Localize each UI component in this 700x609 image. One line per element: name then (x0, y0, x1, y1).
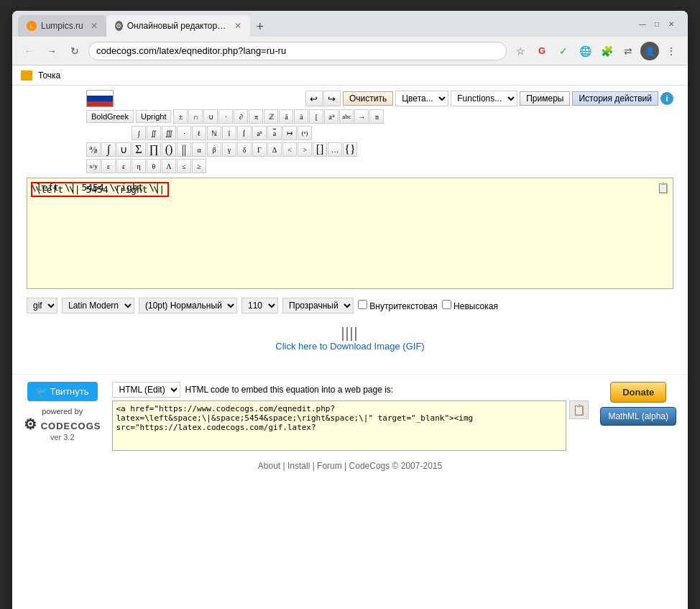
sym-sigma-big[interactable]: Σ (132, 142, 146, 157)
sym-Lambda[interactable]: Λ (162, 159, 176, 173)
sym-nr[interactable]: (ⁿ) (298, 126, 312, 140)
tab-close-codecogs[interactable]: ✕ (234, 21, 241, 31)
info-icon[interactable]: i (660, 92, 673, 105)
sym-pi-lower[interactable]: π (249, 109, 263, 124)
sym-geq[interactable]: ≥ (192, 159, 206, 173)
lowquality-checkbox[interactable] (442, 300, 451, 309)
twitter-button[interactable]: 🐦 Твитнуть (27, 382, 98, 401)
sym-a-hat[interactable]: â (279, 109, 293, 124)
sym-theta[interactable]: θ (147, 159, 161, 173)
sym-eta[interactable]: η (132, 159, 146, 173)
sym-paren-lr[interactable]: () (162, 142, 176, 157)
sym-ell[interactable]: ℓ (192, 126, 206, 140)
sym-plusminus[interactable]: ± (173, 109, 188, 124)
font-select[interactable]: Latin Modern (62, 298, 134, 313)
sym-n2[interactable]: ∬ (147, 126, 161, 140)
sym-arrow-right[interactable]: → (354, 109, 369, 124)
sym-Delta[interactable]: Δ (267, 142, 282, 157)
examples-button[interactable]: Примеры (520, 91, 570, 106)
download-link[interactable]: Click here to Download Image (GIF) (275, 341, 424, 352)
sym-xfrac[interactable]: x/y (86, 159, 101, 173)
sym-frac[interactable]: ᵃ⁄ᵦ (86, 142, 101, 157)
sym-gamma[interactable]: γ (222, 142, 236, 157)
sym-vert-bar[interactable]: || (177, 142, 191, 157)
sym-Z[interactable]: ℤ (264, 109, 278, 124)
sym-delta[interactable]: δ (237, 142, 252, 157)
size-select[interactable]: (10pt) Нормальный (139, 298, 237, 313)
sync-button[interactable]: ⇄ (619, 42, 637, 60)
refresh-button[interactable]: ↻ (65, 42, 84, 60)
extensions-button[interactable]: 🧩 (597, 42, 616, 60)
bookmark-button[interactable]: ☆ (511, 42, 530, 60)
sym-brackets-big[interactable]: [] (313, 142, 327, 157)
sym-a-grave[interactable]: à (294, 109, 308, 124)
sym-bracket-sq[interactable]: ⌈ (237, 126, 252, 140)
back-button[interactable]: ← (19, 42, 38, 60)
sym-bracket-l[interactable]: [ (309, 109, 323, 124)
sym-union[interactable]: ∪ (116, 142, 131, 157)
sym-maps[interactable]: ↦ (282, 126, 297, 140)
sym-aa[interactable]: aᵃ (324, 109, 339, 124)
inline-checkbox-label[interactable]: Внутритекстовая (358, 300, 438, 311)
sym-N[interactable]: ℕ (207, 126, 221, 140)
extension-icon-1[interactable]: G (533, 42, 551, 60)
sym-lt[interactable]: < (282, 142, 297, 157)
close-button[interactable]: ✕ (666, 19, 676, 29)
history-button[interactable]: История действий (572, 91, 658, 106)
lowquality-checkbox-label[interactable]: Невысокая (442, 300, 498, 311)
sym-abc[interactable]: abc (339, 109, 354, 124)
html-format-select[interactable]: HTML (Edit) (112, 382, 180, 398)
boldgreek-button[interactable]: BoldGreek (86, 110, 134, 123)
dpi-select[interactable]: 110 (241, 298, 278, 313)
tab-close-lumpics[interactable]: ✕ (91, 21, 98, 31)
sym-i-circ[interactable]: î (222, 126, 236, 140)
sym-beta[interactable]: β (207, 142, 221, 157)
sym-integral[interactable]: ∫ (101, 142, 116, 157)
tab-codecogs[interactable]: ⚙ Онлайновый редактор уравне... ✕ (106, 15, 250, 37)
donate-button[interactable]: Donate (610, 382, 666, 403)
sym-a-sup[interactable]: aⁿ (252, 126, 267, 140)
sym-overline[interactable]: a (267, 126, 282, 140)
redo-button[interactable]: ↪ (323, 91, 341, 106)
sym-prod-big[interactable]: ∏ (147, 142, 161, 157)
menu-button[interactable]: ⋮ (662, 42, 681, 60)
copy-icon-button[interactable]: 📋 (569, 400, 589, 419)
sym-brace-big[interactable]: {} (343, 142, 357, 157)
sym-cap[interactable]: ∩ (188, 109, 203, 124)
extension-icon-2[interactable]: ✓ (554, 42, 573, 60)
mathml-button[interactable]: MathML (alpha) (600, 407, 676, 426)
sym-dot[interactable]: · (218, 109, 233, 124)
maximize-button[interactable]: □ (652, 19, 662, 29)
tab-lumpics[interactable]: L Lumpics.ru ✕ (18, 15, 106, 37)
profile-button[interactable]: 👤 (640, 42, 659, 60)
sym-leq[interactable]: ≤ (177, 159, 191, 173)
language-flag[interactable] (86, 90, 114, 107)
inline-checkbox[interactable] (358, 300, 367, 309)
sym-epsi[interactable]: ε (101, 159, 116, 173)
extension-icon-3[interactable]: 🌐 (576, 42, 594, 60)
undo-button[interactable]: ↩ (305, 91, 323, 106)
sym-dot2[interactable]: ⋅ (177, 126, 191, 140)
forward-button[interactable]: → (42, 42, 61, 60)
sym-oint[interactable]: ∭ (162, 126, 176, 140)
sym-Gamma[interactable]: Γ (252, 142, 267, 157)
html-code-textarea[interactable] (112, 400, 566, 451)
sym-cup[interactable]: ∪ (203, 109, 218, 124)
sym-alpha-row[interactable]: α (192, 142, 206, 157)
transparency-select[interactable]: Прозрачный (282, 298, 354, 313)
functions-select[interactable]: Functions... (451, 91, 517, 106)
clear-button[interactable]: Очистить (343, 91, 393, 106)
colors-select[interactable]: Цвета... (395, 91, 448, 106)
sym-n[interactable]: n (369, 109, 384, 124)
minimize-button[interactable]: — (637, 19, 648, 29)
sym-partial[interactable]: ∂ (234, 109, 248, 124)
address-input[interactable] (88, 42, 507, 60)
upright-button[interactable]: Upright (136, 110, 171, 123)
sym-gt[interactable]: > (298, 142, 312, 157)
latex-editor[interactable] (27, 178, 673, 289)
sym-f[interactable]: ∫ (132, 126, 146, 140)
format-select[interactable]: gif (27, 298, 57, 313)
sym-dotdot[interactable]: … (328, 142, 342, 157)
sym-epsilon[interactable]: ε (116, 159, 131, 173)
new-tab-button[interactable]: + (250, 17, 270, 37)
